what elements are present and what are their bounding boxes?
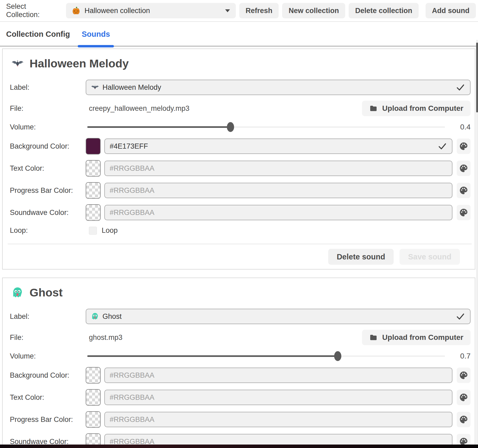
label-input-box	[86, 309, 471, 324]
loop-control: Loop	[86, 226, 118, 235]
file-field-label: File:	[10, 104, 86, 113]
volume-slider[interactable]	[87, 122, 445, 132]
upload-button-label: Upload from Computer	[382, 104, 463, 113]
color-field-label: Text Color:	[10, 393, 86, 402]
chevron-down-icon	[225, 9, 230, 12]
upload-from-computer-button[interactable]: Upload from Computer	[362, 330, 471, 345]
add-sound-button[interactable]: Add sound	[426, 3, 476, 18]
color-swatch	[86, 160, 101, 177]
progress-bar-color-row: Progress Bar Color:	[10, 411, 471, 428]
refresh-button[interactable]: Refresh	[239, 3, 279, 18]
loop-checkbox[interactable]	[89, 227, 97, 235]
volume-slider[interactable]	[87, 351, 445, 361]
color-input-box	[104, 139, 452, 154]
check-icon	[456, 312, 465, 321]
palette-icon	[459, 142, 468, 151]
color-input-box	[104, 205, 452, 220]
color-picker-button[interactable]	[457, 368, 471, 383]
label-field-row: Label:	[10, 309, 471, 324]
slider-fill	[87, 355, 338, 357]
text-color-input[interactable]	[110, 164, 447, 173]
sound-card-halloween-melody: Halloween Melody Label: File: creepy_hal…	[2, 48, 475, 270]
palette-icon	[459, 164, 468, 173]
ghost-icon	[11, 287, 24, 299]
color-picker-button[interactable]	[457, 183, 471, 198]
color-field-label: Background Color:	[10, 371, 86, 380]
slider-thumb[interactable]	[334, 351, 341, 361]
volume-field-label: Volume:	[10, 123, 86, 131]
collection-dropdown-value: Halloween collection	[84, 7, 221, 15]
color-input-box	[104, 368, 452, 383]
volume-field-row: Volume: 0.7	[10, 351, 471, 361]
label-field-row: Label:	[10, 80, 471, 95]
soundwave-color-input[interactable]	[110, 209, 447, 217]
file-field-row: File: ghost.mp3 Upload from Computer	[10, 330, 471, 345]
bottom-window-edge	[0, 445, 478, 448]
background-color-row: Background Color:	[10, 367, 471, 384]
loop-field-row: Loop: Loop	[10, 226, 471, 235]
label-field-label: Label:	[10, 83, 86, 92]
palette-icon	[459, 208, 468, 217]
color-picker-button[interactable]	[457, 390, 471, 405]
progress-bar-color-row: Progress Bar Color:	[10, 182, 471, 199]
color-field-label: Soundwave Color:	[10, 209, 86, 217]
check-icon	[438, 141, 447, 151]
background-color-row: Background Color:	[10, 138, 471, 154]
upload-from-computer-button[interactable]: Upload from Computer	[362, 101, 471, 116]
scrollbar-thumb[interactable]	[476, 43, 478, 112]
collection-dropdown[interactable]: Halloween collection	[66, 3, 236, 18]
label-input-box	[86, 80, 471, 95]
tab-collection-config[interactable]: Collection Config	[6, 25, 70, 46]
sound-title-row: Halloween Melody	[11, 57, 471, 70]
delete-sound-button[interactable]: Delete sound	[328, 249, 394, 265]
palette-icon	[459, 415, 468, 424]
color-swatch	[86, 411, 101, 428]
slider-thumb[interactable]	[227, 122, 234, 132]
color-swatch	[86, 138, 101, 154]
save-sound-button[interactable]: Save sound	[399, 249, 460, 265]
color-input-box	[104, 390, 452, 405]
tab-bar: Collection Config Sounds	[0, 25, 478, 47]
color-swatch	[86, 367, 101, 384]
loop-field-label: Loop:	[10, 226, 86, 235]
new-collection-button[interactable]: New collection	[282, 3, 345, 18]
palette-icon	[459, 371, 468, 380]
top-bar: Select Collection: Halloween collection …	[0, 0, 478, 22]
color-field-label: Progress Bar Color:	[10, 186, 86, 195]
color-picker-button[interactable]	[457, 161, 471, 176]
file-field-label: File:	[10, 333, 86, 342]
sound-title: Halloween Melody	[30, 57, 129, 70]
color-picker-button[interactable]	[457, 412, 471, 427]
color-field-label: Text Color:	[10, 164, 86, 173]
color-swatch	[86, 182, 101, 199]
delete-collection-button[interactable]: Delete collection	[349, 3, 419, 18]
sounds-list: Halloween Melody Label: File: creepy_hal…	[0, 47, 478, 448]
background-color-input[interactable]	[110, 371, 447, 380]
color-input-box	[104, 412, 452, 427]
active-tab-underline	[78, 45, 114, 47]
progress-bar-color-input[interactable]	[110, 186, 447, 195]
volume-value: 0.7	[453, 352, 471, 360]
color-picker-button[interactable]	[457, 205, 471, 220]
color-field-label: Background Color:	[10, 142, 86, 150]
select-collection-label: Select Collection:	[6, 2, 59, 19]
loop-checkbox-label: Loop	[102, 226, 118, 235]
volume-field-row: Volume: 0.4	[10, 122, 471, 132]
sound-collection-manager: Select Collection: Halloween collection …	[0, 0, 478, 448]
tab-sounds[interactable]: Sounds	[82, 25, 110, 46]
text-color-row: Text Color:	[10, 389, 471, 406]
color-swatch	[86, 389, 101, 406]
pumpkin-icon	[72, 6, 80, 15]
color-swatch	[86, 204, 101, 221]
text-color-input[interactable]	[110, 393, 447, 402]
progress-bar-color-input[interactable]	[110, 416, 447, 424]
label-input[interactable]	[102, 83, 452, 92]
color-picker-button[interactable]	[457, 139, 471, 154]
label-input[interactable]	[102, 312, 452, 321]
palette-icon	[459, 393, 468, 402]
background-color-input[interactable]	[110, 142, 434, 150]
check-icon	[456, 83, 465, 92]
card-footer: Delete sound Save sound	[8, 244, 472, 269]
label-field-label: Label:	[10, 312, 86, 321]
text-color-row: Text Color:	[10, 160, 471, 177]
